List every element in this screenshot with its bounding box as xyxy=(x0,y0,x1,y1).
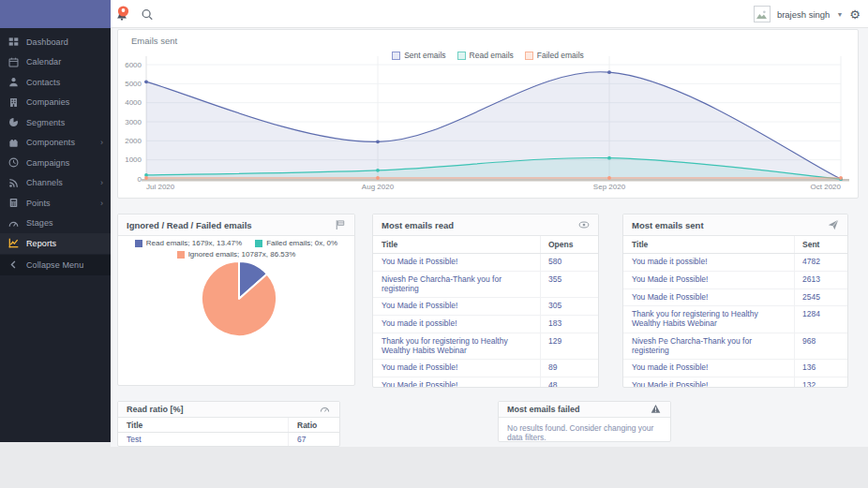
metric-value[interactable]: 132 xyxy=(794,377,847,388)
table-row[interactable]: You Made it Possible!132 xyxy=(623,377,847,388)
sidebar-item-dashboard[interactable]: Dashboard xyxy=(0,32,111,52)
tachometer-icon xyxy=(8,218,19,229)
table-row[interactable]: You Made it Possible!2613 xyxy=(623,272,847,289)
building-icon xyxy=(8,97,19,108)
table-row[interactable]: You made it possible!183 xyxy=(373,316,598,333)
search-icon[interactable] xyxy=(141,7,154,22)
email-title-link[interactable]: You made it possible! xyxy=(623,254,794,271)
email-title-link[interactable]: Thank you for registering to Healthy Wea… xyxy=(373,333,540,360)
table-row[interactable]: You made it Possible!89 xyxy=(373,360,598,377)
sidebar-item-campaigns[interactable]: Campaigns xyxy=(0,153,111,173)
table-row[interactable]: You Made it Possible!580 xyxy=(373,254,598,272)
metric-value[interactable]: 67 xyxy=(288,433,339,447)
table-row[interactable]: You Made it Possible!2545 xyxy=(623,289,847,307)
sidebar-item-calendar[interactable]: Calendar xyxy=(0,52,111,73)
submenu-arrow-icon: › xyxy=(100,138,103,147)
legend-swatch xyxy=(525,52,533,60)
notifications-bell-icon[interactable] xyxy=(114,6,129,22)
most-emails-sent-header: Most emails sent xyxy=(623,214,847,236)
email-title-link[interactable]: You made it Possible! xyxy=(373,360,540,377)
table-row[interactable]: You Made it Possible!48 xyxy=(373,377,598,388)
metric-value[interactable]: 305 xyxy=(540,298,598,315)
topbar: brajesh singh ▼ ⚙ xyxy=(0,0,868,28)
metric-value[interactable]: 1284 xyxy=(794,306,847,333)
sidebar-item-segments[interactable]: Segments xyxy=(0,112,111,133)
email-title-link[interactable]: Thank you for registering to Healthy Wea… xyxy=(623,306,794,333)
sidebar-item-label: Components xyxy=(26,138,75,147)
svg-text:3000: 3000 xyxy=(125,118,142,126)
legend-item-failed[interactable]: Failed emails xyxy=(525,51,584,60)
table-row[interactable]: Test67 xyxy=(118,433,339,447)
pie-chart-icon xyxy=(8,117,19,127)
table-header: Title Sent xyxy=(623,236,847,254)
svg-text:4000: 4000 xyxy=(125,98,142,107)
table-row[interactable]: Nivesh Pe Charcha-Thank you for register… xyxy=(623,333,847,361)
email-title-link[interactable]: You made it Possible! xyxy=(623,360,794,377)
metric-value[interactable]: 2545 xyxy=(794,289,847,306)
table-row[interactable]: Thank you for registering to Healthy Wea… xyxy=(623,306,847,333)
sidebar-item-stages[interactable]: Stages xyxy=(0,214,111,234)
metric-value[interactable]: 89 xyxy=(540,360,598,377)
rss-icon xyxy=(8,178,19,188)
most-emails-read-table-body: You Made it Possible!580Nivesh Pe Charch… xyxy=(373,254,598,388)
email-title-link[interactable]: You Made it Possible! xyxy=(623,289,794,306)
sidebar-item-contacts[interactable]: Contacts xyxy=(0,72,111,93)
column-title: Title xyxy=(373,236,540,253)
line-chart-icon xyxy=(8,238,19,248)
email-title-link[interactable]: You Made it Possible! xyxy=(373,298,540,315)
sidebar-item-channels[interactable]: Channels › xyxy=(0,173,111,194)
sidebar: Dashboard Calendar Contacts Companies Se… xyxy=(0,28,111,442)
most-emails-read-header: Most emails read xyxy=(373,214,598,236)
metric-value[interactable]: 183 xyxy=(540,316,598,333)
most-emails-read-title: Most emails read xyxy=(382,220,454,230)
sidebar-item-label: Dashboard xyxy=(26,37,68,47)
legend-item-sent[interactable]: Sent emails xyxy=(392,51,445,60)
table-row[interactable]: You Made it Possible!305 xyxy=(373,298,598,316)
sidebar-item-label: Channels xyxy=(26,178,63,187)
gear-icon[interactable]: ⚙ xyxy=(849,8,861,21)
email-title-link[interactable]: You Made it Possible! xyxy=(623,272,794,288)
metric-value[interactable]: 968 xyxy=(794,333,847,360)
legend-swatch xyxy=(457,52,466,60)
metric-value[interactable]: 580 xyxy=(540,254,598,271)
empty-results-message: No results found. Consider changing your… xyxy=(499,418,670,442)
read-ratio-header: Read ratio [%] xyxy=(118,402,339,418)
metric-value[interactable]: 2613 xyxy=(794,272,847,288)
email-title-link[interactable]: Nivesh Pe Charcha-Thank you for register… xyxy=(623,333,794,360)
table-row[interactable]: Thank you for registering to Healthy Wea… xyxy=(373,333,598,361)
sidebar-item-label: Collapse Menu xyxy=(26,260,83,270)
email-title-link[interactable]: You Made it Possible! xyxy=(623,377,794,388)
sidebar-collapse-menu[interactable]: Collapse Menu xyxy=(0,255,111,275)
sidebar-item-label: Segments xyxy=(26,118,65,127)
metric-value[interactable]: 129 xyxy=(540,333,598,360)
metric-value[interactable]: 48 xyxy=(540,377,598,388)
table-row[interactable]: Nivesh Pe Charcha-Thank you for register… xyxy=(373,272,598,299)
legend-label: Sent emails xyxy=(404,51,445,60)
email-title-link[interactable]: Test xyxy=(118,433,288,447)
email-title-link[interactable]: Nivesh Pe Charcha-Thank you for register… xyxy=(373,272,540,298)
warning-icon xyxy=(651,404,662,415)
most-emails-failed-panel: Most emails failed No results found. Con… xyxy=(498,401,671,442)
metric-value[interactable]: 136 xyxy=(794,360,847,377)
sidebar-item-reports[interactable]: Reports xyxy=(0,233,111,254)
sidebar-item-components[interactable]: Components › xyxy=(0,133,111,154)
sidebar-item-label: Campaigns xyxy=(26,158,69,168)
table-row[interactable]: You made it Possible!136 xyxy=(623,360,847,377)
most-emails-failed-title: Most emails failed xyxy=(507,405,580,414)
sidebar-item-points[interactable]: Points › xyxy=(0,193,111,214)
table-row[interactable]: You made it possible!4782 xyxy=(623,254,847,272)
metric-value[interactable]: 4782 xyxy=(794,254,847,271)
email-title-link[interactable]: You made it possible! xyxy=(373,316,540,333)
email-title-link[interactable]: You Made it Possible! xyxy=(373,377,540,388)
legend-label: Read emails xyxy=(470,51,514,60)
metric-value[interactable]: 355 xyxy=(540,272,598,298)
email-title-link[interactable]: You Made it Possible! xyxy=(373,254,540,271)
column-ratio: Ratio xyxy=(288,418,339,432)
user-icon xyxy=(8,77,19,87)
sidebar-item-companies[interactable]: Companies xyxy=(0,93,111,113)
user-name[interactable]: brajesh singh xyxy=(777,9,831,20)
svg-text:5000: 5000 xyxy=(125,80,142,88)
dashboard-icon xyxy=(8,37,19,47)
user-menu[interactable]: brajesh singh ▼ ⚙ xyxy=(754,0,861,28)
legend-item-read[interactable]: Read emails xyxy=(457,51,514,60)
